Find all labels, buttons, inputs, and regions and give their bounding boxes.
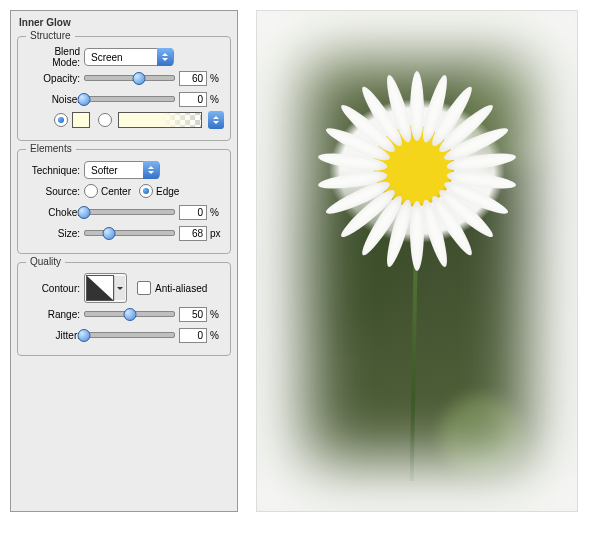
size-unit: px bbox=[207, 228, 224, 239]
jitter-slider[interactable] bbox=[84, 328, 175, 342]
chevron-down-icon bbox=[114, 276, 125, 300]
jitter-label: Jitter: bbox=[24, 330, 84, 341]
jitter-input[interactable]: 0 bbox=[179, 328, 207, 343]
size-label: Size: bbox=[24, 228, 84, 239]
opacity-input[interactable]: 60 bbox=[179, 71, 207, 86]
opacity-label: Opacity: bbox=[24, 73, 84, 84]
dropdown-arrows-icon bbox=[157, 48, 173, 66]
blend-mode-label: Blend Mode: bbox=[24, 46, 84, 68]
range-unit: % bbox=[207, 309, 224, 320]
size-slider[interactable] bbox=[84, 226, 175, 240]
source-edge-radio[interactable] bbox=[139, 184, 153, 198]
elements-legend: Elements bbox=[26, 143, 76, 154]
range-input[interactable]: 50 bbox=[179, 307, 207, 322]
blend-mode-value: Screen bbox=[91, 52, 153, 63]
choke-slider[interactable] bbox=[84, 205, 175, 219]
structure-legend: Structure bbox=[26, 30, 75, 41]
source-center-radio[interactable] bbox=[84, 184, 98, 198]
size-input[interactable]: 68 bbox=[179, 226, 207, 241]
structure-group: Structure Blend Mode: Screen Opacity: 60… bbox=[17, 36, 231, 141]
blend-mode-dropdown[interactable]: Screen bbox=[84, 48, 174, 66]
quality-group: Quality Contour: Anti-aliased Range: 50 … bbox=[17, 262, 231, 356]
color-radio[interactable] bbox=[54, 113, 68, 127]
noise-input[interactable]: 0 bbox=[179, 92, 207, 107]
dropdown-arrows-icon bbox=[143, 161, 159, 179]
range-slider[interactable] bbox=[84, 307, 175, 321]
contour-label: Contour: bbox=[24, 283, 84, 294]
color-swatch[interactable] bbox=[72, 112, 90, 128]
noise-unit: % bbox=[207, 94, 224, 105]
preview-image bbox=[256, 10, 578, 512]
contour-thumbnail-icon bbox=[86, 275, 114, 301]
gradient-dropdown-icon[interactable] bbox=[208, 111, 224, 129]
layer-style-panel: Inner Glow Structure Blend Mode: Screen … bbox=[10, 10, 238, 512]
elements-group: Elements Technique: Softer Source: Cente… bbox=[17, 149, 231, 254]
source-edge-label: Edge bbox=[156, 186, 179, 197]
gradient-radio[interactable] bbox=[98, 113, 112, 127]
jitter-unit: % bbox=[207, 330, 224, 341]
anti-aliased-label: Anti-aliased bbox=[155, 283, 207, 294]
noise-slider[interactable] bbox=[84, 92, 175, 106]
anti-aliased-checkbox[interactable] bbox=[137, 281, 151, 295]
choke-input[interactable]: 0 bbox=[179, 205, 207, 220]
technique-value: Softer bbox=[91, 165, 139, 176]
technique-label: Technique: bbox=[24, 165, 84, 176]
quality-legend: Quality bbox=[26, 256, 65, 267]
gradient-swatch[interactable] bbox=[118, 112, 202, 128]
source-center-label: Center bbox=[101, 186, 131, 197]
source-label: Source: bbox=[24, 186, 84, 197]
opacity-slider[interactable] bbox=[84, 71, 175, 85]
panel-title: Inner Glow bbox=[17, 15, 231, 28]
choke-label: Choke: bbox=[24, 207, 84, 218]
choke-unit: % bbox=[207, 207, 224, 218]
range-label: Range: bbox=[24, 309, 84, 320]
noise-label: Noise: bbox=[24, 94, 84, 105]
contour-picker[interactable] bbox=[84, 273, 127, 303]
opacity-unit: % bbox=[207, 73, 224, 84]
technique-dropdown[interactable]: Softer bbox=[84, 161, 160, 179]
